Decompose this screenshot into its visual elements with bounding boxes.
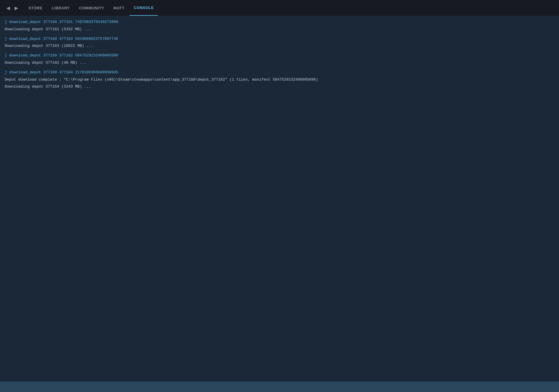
console-input[interactable] — [2, 385, 557, 389]
navbar: ◀ ▶ STORE LIBRARY COMMUNITY MATT CONSOLE — [0, 0, 559, 16]
console-command-1: ] download_depot 377160 377161 749706937… — [5, 19, 554, 25]
console-command-3: ] download_depot 377160 377162 584752923… — [5, 53, 554, 59]
console-output-3-0: Downloading depot 377162 (48 MB) ... — [5, 60, 554, 66]
back-button[interactable]: ◀ — [5, 4, 12, 12]
console-block-4: ] download_depot 377160 377164 217810636… — [5, 70, 554, 90]
console-output-1-0: Downloading depot 377161 (5332 MB) ... — [5, 26, 554, 33]
console-output-4-0: Depot download complete : "C:\Program Fi… — [5, 77, 554, 83]
console-block-3: ] download_depot 377160 377162 584752923… — [5, 53, 554, 66]
console-command-4: ] download_depot 377160 377164 217810636… — [5, 70, 554, 76]
console-input-area[interactable] — [0, 382, 559, 392]
nav-console[interactable]: CONSOLE — [130, 0, 158, 16]
forward-button[interactable]: ▶ — [13, 4, 20, 12]
nav-community[interactable]: COMMUNITY — [75, 0, 108, 16]
nav-matt[interactable]: MATT — [109, 0, 129, 16]
console-output-4-1: Downloading depot 377164 (3243 MB) ... — [5, 84, 554, 90]
nav-store[interactable]: STORE — [24, 0, 47, 16]
console-output-2-0: Downloading depot 377163 (18022 MB) ... — [5, 43, 554, 49]
console-area: ] download_depot 377160 377161 749706937… — [0, 16, 559, 97]
console-block-2: ] download_depot 377160 377163 581908802… — [5, 36, 554, 49]
nav-library[interactable]: LIBRARY — [48, 0, 74, 16]
console-command-2: ] download_depot 377160 377163 581908802… — [5, 36, 554, 42]
console-block-1: ] download_depot 377160 377161 749706937… — [5, 19, 554, 33]
nav-arrows: ◀ ▶ — [5, 4, 20, 12]
